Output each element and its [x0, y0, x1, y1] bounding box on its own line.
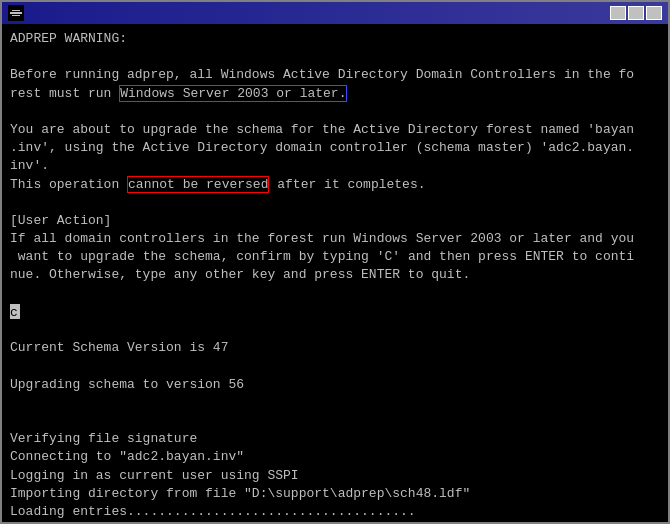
terminal-line: Verifying file signature: [10, 430, 660, 448]
terminal-line: Current Schema Version is 47: [10, 339, 660, 357]
terminal-content: ADPREP WARNING:Before running adprep, al…: [2, 24, 668, 522]
terminal-line: [10, 357, 660, 375]
svg-rect-2: [12, 10, 20, 11]
terminal-line: want to upgrade the schema, confirm by t…: [10, 248, 660, 266]
svg-rect-1: [10, 12, 22, 14]
terminal-line: [10, 394, 660, 412]
terminal-line: This operation cannot be reversed after …: [10, 176, 660, 194]
terminal-line: You are about to upgrade the schema for …: [10, 121, 660, 139]
restore-button[interactable]: [628, 6, 644, 20]
terminal-line: [10, 412, 660, 430]
terminal-line: c: [10, 303, 660, 321]
terminal-line: [10, 48, 660, 66]
cursor: c: [10, 304, 20, 319]
terminal-line: [User Action]: [10, 212, 660, 230]
title-bar: [2, 2, 668, 24]
terminal-line: If all domain controllers in the forest …: [10, 230, 660, 248]
title-bar-buttons: [610, 6, 662, 20]
terminal-line: Before running adprep, all Windows Activ…: [10, 66, 660, 84]
terminal-line: Connecting to "adc2.bayan.inv": [10, 448, 660, 466]
terminal-line: ADPREP WARNING:: [10, 30, 660, 48]
terminal-line: nue. Otherwise, type any other key and p…: [10, 266, 660, 284]
terminal-line: Upgrading schema to version 56: [10, 376, 660, 394]
title-bar-left: [8, 5, 28, 21]
svg-rect-3: [12, 15, 20, 16]
terminal-line: [10, 285, 660, 303]
terminal-line: .inv', using the Active Directory domain…: [10, 139, 660, 157]
command-prompt-window: ADPREP WARNING:Before running adprep, al…: [0, 0, 670, 524]
terminal-line: inv'.: [10, 157, 660, 175]
terminal-line: [10, 321, 660, 339]
terminal-line: Importing directory from file "D:\suppor…: [10, 485, 660, 503]
terminal-line: Loading entries.........................…: [10, 503, 660, 521]
highlighted-text: Windows Server 2003 or later.: [119, 85, 347, 102]
highlighted-text: cannot be reversed: [127, 176, 269, 193]
terminal-line: [10, 103, 660, 121]
terminal-line: Logging in as current user using SSPI: [10, 467, 660, 485]
close-button[interactable]: [646, 6, 662, 20]
terminal-line: 38 entries modified successfully.: [10, 521, 660, 522]
terminal-line: rest must run Windows Server 2003 or lat…: [10, 85, 660, 103]
minimize-button[interactable]: [610, 6, 626, 20]
terminal-line: [10, 194, 660, 212]
window-icon: [8, 5, 24, 21]
